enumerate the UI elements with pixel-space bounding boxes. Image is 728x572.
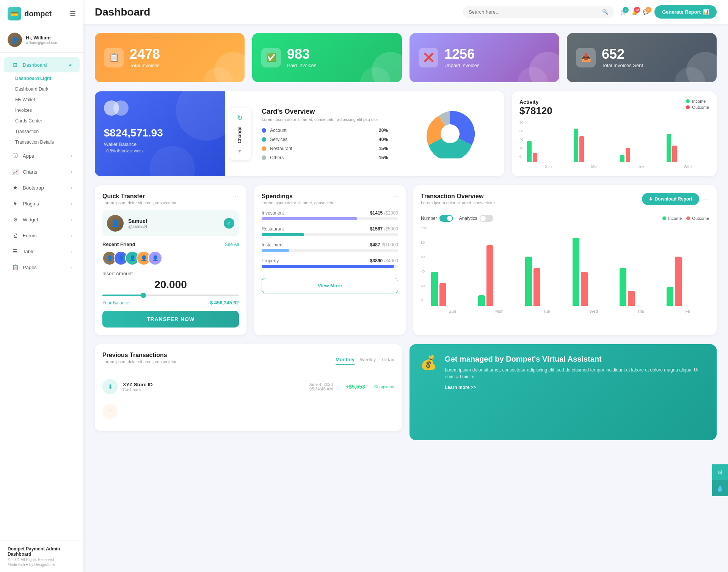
overview-item-account: Account 20%: [262, 128, 388, 133]
search-input[interactable]: [469, 9, 599, 15]
number-toggle-switch[interactable]: [439, 215, 453, 222]
nav-item-table[interactable]: ☰ Table ›: [4, 244, 80, 259]
paid-icon: ✅: [261, 48, 281, 67]
overview-desc: Lorem ipsum dolor sit amet, consectetur …: [262, 117, 388, 122]
restaurant-progress: [262, 233, 398, 236]
y-label-40: 40: [519, 138, 523, 141]
legend-outcome: Outcome: [686, 105, 709, 110]
last-section: Previous Transactions Lorem ipsum dolor …: [95, 344, 717, 440]
nav-item-pages[interactable]: 📋 Pages ›: [4, 260, 80, 275]
income-legend-label: Income: [668, 216, 682, 221]
va-learn-more-link[interactable]: Learn more >>: [445, 385, 706, 390]
big-bar-chart: [431, 230, 709, 306]
featured-contact[interactable]: 👤 Samuel @sam224 ✓: [102, 210, 239, 236]
number-toggle[interactable]: Number: [421, 215, 453, 222]
nav-sub-cards-center[interactable]: Cards Center: [15, 116, 83, 126]
va-content: Get managed by Dompet's Virtual Assistan…: [445, 355, 706, 390]
logo-icon: 💳: [8, 7, 21, 20]
nav-sub-invoices[interactable]: Invoices: [15, 105, 83, 116]
spendings-card: Spendings Lorem ipsum dolor sit amet, co…: [254, 185, 406, 335]
nav-item-bootstrap[interactable]: ★ Bootstrap ›: [4, 180, 80, 195]
bell-icon-badge[interactable]: 🔔 12: [632, 9, 638, 15]
chat-icon-badge[interactable]: 💬 5: [643, 9, 649, 15]
y-big-20: 20: [421, 284, 427, 288]
nav-item-charts[interactable]: 📈 Charts ›: [4, 164, 80, 179]
cart-icon-badge[interactable]: 🛒 2: [620, 9, 626, 15]
generate-label: Generate Report: [662, 9, 701, 15]
big-bar-sun: [431, 272, 474, 306]
big-bar-wed-outcome: [581, 272, 588, 306]
see-all-link[interactable]: See All: [225, 242, 239, 247]
big-bar-tue-outcome: [533, 268, 540, 306]
friend-avatar-5[interactable]: 👤: [148, 251, 162, 265]
previous-transactions-card: Previous Transactions Lorem ipsum dolor …: [95, 344, 402, 431]
user-name: Hi, William: [26, 35, 58, 41]
nav-item-forms[interactable]: 🖨 Forms ›: [4, 228, 80, 243]
apps-icon: ⓘ: [11, 152, 19, 160]
contact-handle: @sam224: [128, 224, 147, 229]
search-icon[interactable]: 🔍: [602, 9, 608, 15]
nav-label-plugins: Plugins: [23, 201, 67, 207]
nav-item-widget[interactable]: ⚙ Widget ›: [4, 212, 80, 227]
avatar-image: 👤: [8, 33, 22, 47]
paid-invoices-number: 983: [287, 47, 316, 61]
big-bar-sun-income: [431, 272, 438, 306]
big-bar-labels: Sun Mon Tue Wed Thu Fri: [431, 309, 709, 313]
generate-report-button[interactable]: Generate Report 📊: [654, 5, 717, 19]
investment-amounts: $1415 /$2000: [370, 210, 398, 216]
logo-section: 💳 dompet ☰: [0, 0, 83, 27]
overview-item-restaurant: Restaurant 15%: [262, 146, 388, 151]
paid-invoices-label: Paid Invoices: [287, 63, 316, 68]
nav-sub-dashboard-light[interactable]: Dashboard Light: [15, 73, 83, 84]
nav-sub-dashboard-dark[interactable]: Dashboard Dark: [15, 84, 83, 94]
to-menu-icon[interactable]: ⋯: [703, 196, 709, 203]
quick-transfer-menu-icon[interactable]: ⋯: [233, 193, 239, 200]
transfer-now-button[interactable]: TRANSFER NOW: [102, 311, 239, 328]
tab-monthly[interactable]: Monthly: [336, 357, 355, 365]
analytics-toggle-switch[interactable]: [480, 215, 493, 222]
overview-item-others: Others 15%: [262, 155, 388, 160]
big-chart-wrapper: 100 80 60 40 20 0: [421, 226, 709, 313]
charts-icon: 📈: [11, 168, 19, 176]
nav-item-apps[interactable]: ⓘ Apps ›: [4, 148, 80, 163]
search-bar[interactable]: 🔍: [463, 6, 614, 18]
y-label-20: 20: [519, 146, 523, 150]
view-more-button[interactable]: View More: [262, 278, 398, 293]
nav-item-plugins[interactable]: ♥ Plugins ›: [4, 196, 80, 211]
tx-type: Cashback: [123, 387, 153, 392]
chevron-right-icon-8: ›: [71, 265, 72, 270]
y-big-40: 40: [421, 270, 427, 273]
plugins-icon: ♥: [11, 200, 19, 207]
bar-group-mon: [574, 129, 617, 162]
amount-slider[interactable]: [102, 295, 239, 296]
tab-today[interactable]: Today: [381, 357, 394, 365]
contact-avatar: 👤: [107, 215, 124, 232]
investment-total: /$2000: [384, 210, 398, 216]
nav-label-apps: Apps: [23, 153, 67, 159]
big-label-sun: Sun: [431, 309, 474, 313]
nav-sub-transaction[interactable]: Transaction: [15, 126, 83, 137]
unpaid-invoices-label: Unpaid Invoices: [444, 63, 480, 68]
prev-transactions-header: Previous Transactions Lorem ipsum dolor …: [102, 352, 394, 369]
y-big-0: 0: [421, 298, 427, 302]
restaurant-spent: $1567: [370, 226, 383, 232]
y-label-80: 80: [519, 121, 523, 124]
chevron-right-icon-2: ›: [71, 170, 72, 174]
chevron-right-icon-7: ›: [71, 249, 72, 254]
hamburger-icon[interactable]: ☰: [70, 9, 76, 18]
sent-invoices-number: 652: [602, 47, 643, 61]
settings-side-button[interactable]: ⚙: [712, 464, 728, 480]
change-button[interactable]: ↻ Change ▼: [228, 108, 251, 160]
nav-item-dashboard[interactable]: ⊞ Dashboard ▼: [4, 57, 80, 72]
theme-side-button[interactable]: 💧: [712, 480, 728, 496]
spendings-menu-icon[interactable]: ⋯: [392, 193, 398, 200]
bar-tue-income: [620, 155, 624, 162]
prev-desc: Lorem ipsum dolor sit amet, consectetur: [102, 359, 177, 364]
download-report-button[interactable]: ⬇ Download Report: [642, 193, 699, 205]
nav-sub-transaction-details[interactable]: Transaction Details: [15, 137, 83, 147]
tab-weekly[interactable]: Weekly: [360, 357, 376, 365]
restaurant-spending-label: Restaurant: [262, 226, 284, 232]
nav-sub-my-wallet[interactable]: My Wallet: [15, 94, 83, 105]
others-label: Others: [270, 155, 375, 160]
analytics-toggle[interactable]: Analytics: [459, 215, 493, 222]
